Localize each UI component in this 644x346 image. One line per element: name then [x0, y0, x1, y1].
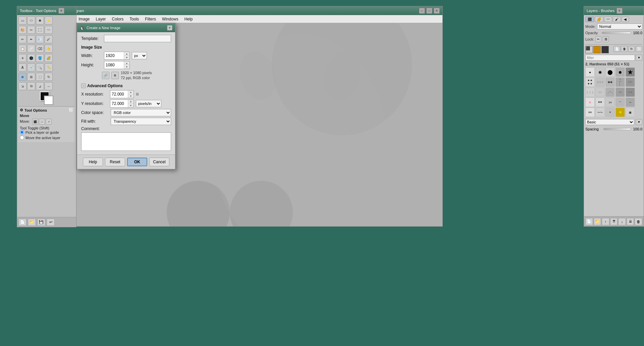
tool-eraser[interactable]: ⌫	[36, 45, 44, 53]
brush-17[interactable]: ❋❋	[595, 98, 605, 107]
radio-pick-layer[interactable]: Pick a layer or guide	[20, 130, 73, 134]
tool-smudge[interactable]: 👆	[45, 45, 53, 53]
res-unit-select[interactable]: pixels/in pixels/mm	[136, 100, 161, 107]
advanced-options-header[interactable]: − Advanced Options	[81, 83, 171, 88]
tool-scissors[interactable]: ✂	[27, 26, 35, 34]
brush-13[interactable]: ⋰⋱	[605, 88, 615, 97]
brush-expand-button[interactable]: ⬜	[636, 46, 642, 52]
layers-color-swatch-orange[interactable]	[593, 46, 601, 53]
x-res-increment[interactable]: ▲	[128, 91, 133, 94]
tool-ink[interactable]: 🖋	[45, 35, 53, 43]
tool-dodge-burn[interactable]: ☀	[18, 54, 26, 62]
mode-select[interactable]: Normal Multiply Screen	[597, 23, 642, 30]
tool-bucket-fill[interactable]: 🪣	[36, 54, 44, 62]
minimize-button[interactable]: ─	[419, 8, 425, 14]
layer-new-button[interactable]: 📄	[585, 218, 593, 225]
menu-filters[interactable]: Filters	[142, 16, 159, 22]
menu-layer[interactable]: Layer	[93, 16, 109, 22]
fill-with-select[interactable]: Transparency Background color Foreground…	[111, 118, 171, 125]
tab-brushes[interactable]: 🖌	[613, 16, 621, 22]
brush-18[interactable]: 14	[605, 98, 615, 107]
brush-11[interactable]: ⋮⋮⋮	[585, 88, 595, 97]
menu-tools[interactable]: Tools	[127, 16, 142, 22]
tool-paintbrush[interactable]: ✏	[18, 35, 26, 43]
spacing-slider[interactable]	[603, 128, 631, 130]
tool-measure[interactable]: 📏	[45, 63, 53, 71]
lock-pixels-button[interactable]: ✏	[595, 36, 601, 42]
brush-16[interactable]: 🌸	[585, 98, 595, 107]
tool-ellipse-select[interactable]: ⬭	[27, 16, 35, 24]
tool-text[interactable]: A	[18, 63, 26, 71]
tab-channels[interactable]: 🌈	[595, 16, 603, 22]
brush-12[interactable]: ⁖⁖	[595, 88, 605, 97]
move-mode-path[interactable]: ↗	[46, 119, 52, 125]
tool-align[interactable]: ⊞	[27, 73, 35, 81]
brush-22[interactable]: 〜〜	[595, 108, 605, 117]
brush-23[interactable]: ✦	[605, 108, 615, 117]
tool-heal[interactable]: 🩹	[27, 45, 35, 53]
chain-link-button[interactable]: 🔗	[102, 72, 109, 79]
tool-free-select[interactable]: ✱	[36, 16, 44, 24]
tool-clone[interactable]: 📋	[18, 45, 26, 53]
tool-foreground-select[interactable]: ⛶	[36, 26, 44, 34]
brush-7[interactable]: ⁘⁘⁘	[595, 77, 605, 87]
height-decrement[interactable]: ▼	[124, 65, 129, 69]
brush-3[interactable]: ⬤	[605, 67, 615, 77]
brush-delete-button[interactable]: 🗑	[621, 46, 628, 52]
chain-link-button-2[interactable]: ⛓	[111, 72, 119, 79]
brush-24[interactable]: ☀	[615, 108, 625, 117]
dialog-close-button[interactable]: ✕	[167, 25, 172, 31]
brush-14[interactable]: ∴∵	[615, 88, 625, 97]
tool-select-by-color[interactable]: 🎨	[18, 26, 26, 34]
maximize-button[interactable]: □	[426, 8, 432, 14]
tool-scale[interactable]: ⇲	[18, 82, 26, 90]
reset-button[interactable]: Reset	[105, 158, 125, 166]
layer-delete-button[interactable]: 🗑	[635, 218, 642, 225]
background-color[interactable]	[44, 96, 53, 105]
brush-21[interactable]: ≡≡	[585, 108, 595, 117]
tool-blend[interactable]: 🌈	[45, 54, 53, 62]
tool-flip[interactable]: ↔	[45, 82, 53, 90]
brush-25[interactable]: ▦	[626, 108, 635, 117]
layers-color-swatch-dark[interactable]	[601, 46, 609, 53]
cancel-button[interactable]: Cancel	[149, 158, 169, 166]
radio-move-active[interactable]: Move the active layer	[20, 135, 73, 140]
y-res-decrement[interactable]: ▼	[128, 104, 133, 107]
new-image-button[interactable]: 📄	[18, 219, 26, 226]
filter-clear-button[interactable]: ▼	[636, 55, 642, 61]
brush-19[interactable]: ⁺⁺	[615, 98, 625, 107]
toolbox-close-button[interactable]: ✕	[58, 8, 64, 14]
layer-lower-button[interactable]: ↓	[618, 218, 626, 225]
tool-crop[interactable]: ⬚	[36, 73, 44, 81]
brush-5[interactable]: ★	[626, 67, 635, 77]
layers-close-button[interactable]: ✕	[616, 8, 623, 14]
tool-rotate[interactable]: ↻	[45, 73, 53, 81]
move-mode-layer[interactable]: ⬛	[32, 119, 38, 125]
x-res-input[interactable]	[110, 91, 128, 98]
layers-color-swatch-layers[interactable]: ⬛	[585, 46, 593, 53]
basic-expand-button[interactable]: ▼	[636, 119, 642, 125]
tool-fuzzy-select[interactable]: ⚡	[45, 16, 53, 24]
y-res-increment[interactable]: ▲	[128, 100, 133, 104]
menu-colors[interactable]: Colors	[109, 16, 126, 22]
undo-button[interactable]: ↩	[47, 219, 55, 226]
tab-expand[interactable]: ◀	[622, 16, 629, 22]
layer-raise-top-button[interactable]: ⇈	[610, 218, 618, 225]
brush-10[interactable]: ∷∷	[626, 77, 635, 87]
template-select[interactable]	[104, 35, 171, 42]
open-image-button[interactable]: 📁	[28, 219, 36, 226]
ok-button[interactable]: OK	[127, 158, 147, 166]
color-space-select[interactable]: RGB color Grayscale	[111, 109, 171, 116]
lock-position-button[interactable]: ⛓	[603, 36, 609, 42]
tab-layers[interactable]: ⬛	[585, 16, 594, 22]
tool-rect-select[interactable]: ▭	[18, 16, 26, 24]
width-input[interactable]	[104, 52, 124, 59]
x-res-decrement[interactable]: ▼	[128, 94, 133, 98]
height-input[interactable]	[104, 61, 124, 69]
brush-20[interactable]: ++	[626, 98, 635, 107]
layer-duplicate-button[interactable]: 📁	[594, 218, 601, 225]
opacity-slider[interactable]	[602, 32, 631, 34]
tool-airbrush[interactable]: 💨	[36, 35, 44, 43]
menu-help[interactable]: Help	[182, 16, 196, 22]
brush-1[interactable]: ●	[585, 67, 595, 77]
